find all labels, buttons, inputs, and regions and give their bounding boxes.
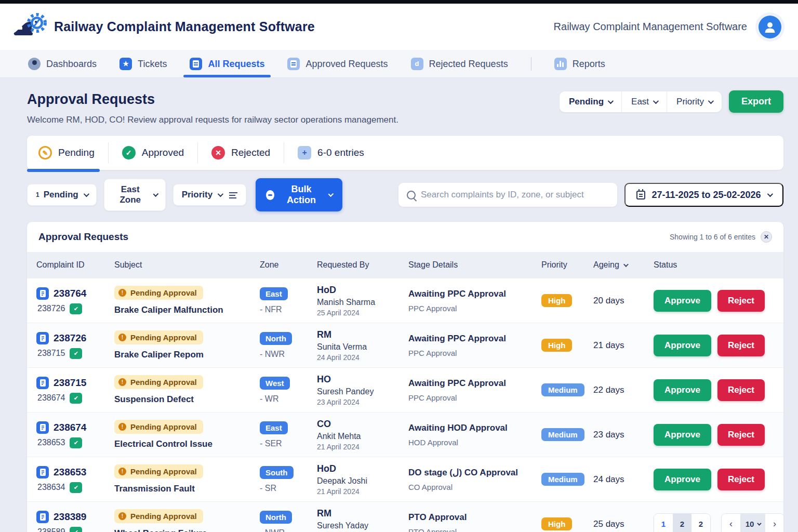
status-tabs: ✎ Pending ✓ Approved ✕ Rejected + 6-0 en… [27, 136, 783, 170]
top-strip [0, 0, 798, 4]
reject-button[interactable]: Reject [717, 379, 765, 401]
export-button[interactable]: Export [729, 90, 783, 113]
request-date: 25 April 2024 [317, 309, 399, 317]
stage-details-cell: Awaiting PPC Approval PPC Approval [399, 289, 532, 313]
subject-text: Suspension Defect [114, 394, 250, 405]
approve-button[interactable]: Approve [654, 424, 711, 446]
status-cell: Approve Reject [644, 424, 783, 446]
reject-button[interactable]: Reject [717, 469, 765, 490]
top-filter-priority[interactable]: Priority [667, 91, 722, 112]
priority-cell: High [532, 517, 584, 530]
top-filter-zone[interactable]: East [622, 91, 667, 112]
zone-filter-dropdown[interactable]: East Zone [104, 179, 166, 211]
subject-cell: ! Pending Approval Electrical Control Is… [105, 420, 250, 449]
page-button[interactable]: 1 [654, 514, 673, 532]
nav-item-rejected-requests[interactable]: d Rejected Requests [411, 50, 508, 77]
tab-entries-count: + 6-0 entries [284, 142, 378, 163]
table-header-row: Complaint ID Subject Zone Requested By S… [27, 252, 783, 278]
bulk-action-button[interactable]: Bulk Action [256, 178, 342, 211]
approved-check-icon: ✓ [122, 146, 136, 159]
col-ageing[interactable]: Ageing [584, 260, 644, 270]
page-button[interactable]: 2 [673, 514, 691, 532]
stage-sub: CO Approval [408, 483, 532, 491]
table-row: 238726 238715 ✔ ! Pending Approval Brake… [27, 323, 783, 367]
complaint-id-cell: 238764 238726 ✔ [27, 287, 105, 314]
minus-circle-icon [266, 190, 274, 200]
avatar[interactable] [755, 12, 784, 42]
status-cell: Approve Reject [644, 335, 783, 356]
reject-button[interactable]: Reject [717, 424, 765, 446]
nav-item-reports[interactable]: Reports [554, 50, 605, 77]
page-button[interactable]: 2 [691, 514, 710, 532]
complaint-id-cell: 238726 238715 ✔ [27, 332, 105, 359]
table-row: 238764 238726 ✔ ! Pending Approval Brake… [27, 278, 783, 323]
table-row: 238389 238589 ✔ ! Pending Approval Wheel… [27, 501, 783, 532]
dashboards-icon [28, 58, 41, 70]
zone-cell: East - NFR [250, 287, 308, 314]
complaint-id-cell: 238715 238674 ✔ [27, 377, 105, 404]
zone-badge: East [260, 421, 288, 434]
approve-button[interactable]: Approve [654, 335, 711, 356]
zone-cell: North - NWR [250, 511, 308, 532]
search-input[interactable] [421, 190, 609, 200]
zone-cell: West - WR [250, 377, 308, 404]
complaint-id-cell: 238389 238589 ✔ [27, 511, 105, 532]
col-stage-details: Stage Details [399, 260, 532, 270]
table-row: 238653 238634 ✔ ! Pending Approval Trans… [27, 457, 783, 501]
check-badge-icon: ✔ [70, 527, 82, 532]
priority-cell: Medium [532, 383, 584, 396]
subject-text: Transmission Fault [114, 484, 250, 494]
prev-page-button[interactable]: ‹ [722, 514, 740, 532]
nav-item-dashboards[interactable]: Dashboards [28, 50, 97, 77]
approve-button[interactable]: Approve [654, 379, 711, 401]
approve-button[interactable]: Approve [654, 290, 711, 312]
date-range-picker[interactable]: 27-11-2025 to 25-02-2026 [624, 183, 783, 207]
chevron-down-icon [84, 191, 89, 197]
stage-main: Awaiting HOD Approval [408, 423, 532, 433]
app-logo-icon [12, 13, 47, 41]
nav-item-tickets[interactable]: ★ Tickets [119, 50, 167, 77]
reject-button[interactable]: Reject [717, 290, 765, 312]
zone-cell: South - SR [250, 466, 308, 493]
top-filter-group: Pending East Priority [560, 91, 722, 112]
complaint-id: 238726 [54, 332, 86, 344]
tab-pending[interactable]: ✎ Pending [36, 142, 108, 163]
priority-cell: Medium [532, 428, 584, 441]
request-date: 21 April 2024 [317, 443, 399, 451]
requested-by-cell: CO Ankit Mehta 21 April 2024 [308, 419, 399, 451]
requested-by-cell: RM Sunita Verma 24 April 2024 [308, 329, 399, 362]
col-priority: Priority [532, 260, 584, 270]
requester-role: HoD [317, 285, 399, 296]
requester-name: Ankit Mehta [317, 432, 399, 441]
requester-name: Suresh Yaday [317, 521, 399, 530]
approve-button[interactable]: Approve [654, 469, 711, 490]
complaint-sub-id: 238653 [37, 438, 65, 447]
pending-approval-badge: ! Pending Approval [114, 375, 203, 389]
tab-approved[interactable]: ✓ Approved [109, 142, 197, 163]
requester-role: RM [317, 329, 399, 340]
requester-name: Manish Sharma [317, 298, 399, 307]
reject-button[interactable]: Reject [717, 335, 765, 356]
requested-by-cell: HoD Deepak Joshi 21 April 2024 [308, 463, 399, 496]
rejected-x-icon: ✕ [211, 146, 225, 159]
search-box [398, 183, 617, 207]
warning-icon: ! [118, 423, 126, 431]
priority-cell: High [532, 339, 584, 352]
ageing-value: 21 days [584, 340, 644, 351]
priority-filter-dropdown[interactable]: Priority [173, 184, 247, 206]
status-filter-dropdown[interactable]: 1 Pending [27, 184, 97, 206]
requester-name: Suresh Pandey [317, 387, 399, 396]
zone-code: - SER [260, 439, 308, 448]
next-page-button[interactable]: › [765, 514, 783, 532]
tab-rejected[interactable]: ✕ Rejected [198, 142, 284, 163]
search-icon [407, 191, 416, 200]
top-filter-status[interactable]: Pending [560, 91, 622, 112]
page-size-select[interactable]: 10 [740, 514, 765, 532]
complaint-id: 238653 [54, 467, 86, 478]
complaint-doc-icon [36, 332, 49, 344]
close-icon[interactable]: ✕ [761, 231, 772, 243]
check-badge-icon: ✔ [70, 482, 82, 493]
check-badge-icon: ✔ [70, 437, 82, 448]
nav-item-approved-requests[interactable]: Approved Requests [287, 50, 388, 77]
nav-item-all-requests[interactable]: All Requests [190, 50, 264, 77]
